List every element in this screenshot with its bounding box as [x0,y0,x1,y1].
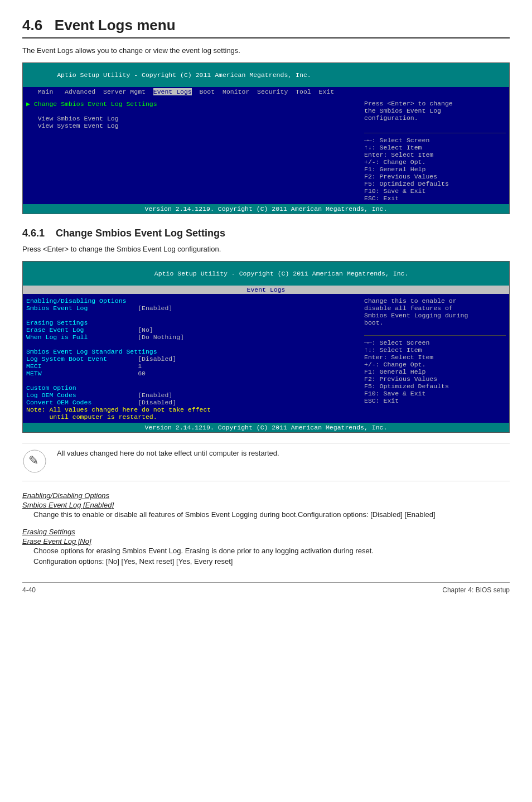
bios2-body: Enabling/Disabling Options Smbios Event … [23,294,509,421]
desc-heading-2b: Erase Event Log [No] [22,537,510,545]
bios-divider-1 [364,133,506,133]
bios2-right: Change this to enable or disable all fea… [361,297,506,421]
section-intro: The Event Logs allows you to change or v… [22,46,510,55]
desc-body-2b: Configuration options: [No] [Yes, Next r… [33,557,510,566]
bios-body-1: ▶ Change Smbios Event Log Settings View … [23,96,509,202]
desc-heading-1a: Enabling/Disabling Options [22,491,510,500]
desc-body-2a: Choose options for erasing Smbios Event … [33,547,510,555]
pencil-icon: ✎ [22,449,47,474]
bios2-subtitle: Event Logs [23,286,509,294]
bios2-left: Enabling/Disabling Options Smbios Event … [26,297,361,421]
note-content: All values changed here do not take effe… [57,449,279,457]
note-box: ✎ All values changed here do not take ef… [22,443,510,481]
footer-left: 4-40 [22,586,36,594]
subsection-intro: Press <Enter> to change the Smbios Event… [22,245,510,253]
bios-right-1: Press <Enter> to change the Smbios Event… [361,100,506,202]
desc-section-1: Enabling/Disabling Options Smbios Event … [22,491,510,519]
page-footer: 4-40 Chapter 4: BIOS setup [22,582,510,594]
bios-bottom-1: Version 2.14.1219. Copyright (C) 2011 Am… [23,204,509,214]
desc-section-2: Erasing Settings Erase Event Log [No] Ch… [22,528,510,566]
bios2-topbar: Aptio Setup Utility - Copyright (C) 2011… [23,262,509,286]
subsection-title: 4.6.1 Change Smbios Event Log Settings [22,228,510,239]
bios2-bottom: Version 2.14.1219. Copyright (C) 2011 Am… [23,423,509,432]
nav-active-eventlogs: Event Logs [153,88,192,95]
bios-nav-1: Main Advanced Server Mgmt Event Logs Boo… [23,87,509,96]
desc-heading-1b: Smbios Event Log [Enabled] [22,501,510,509]
bios-screen-1: Aptio Setup Utility - Copyright (C) 2011… [22,62,510,214]
bios-left-1: ▶ Change Smbios Event Log Settings View … [26,100,361,202]
desc-heading-2a: Erasing Settings [22,528,510,536]
note-icon: ✎ [22,449,50,475]
desc-body-1: Change this to enable or disable all fea… [33,510,510,519]
svg-text:✎: ✎ [28,453,38,467]
bios-screen-2: Aptio Setup Utility - Copyright (C) 2011… [22,261,510,433]
footer-right: Chapter 4: BIOS setup [442,586,510,594]
bios-topbar-1: Aptio Setup Utility - Copyright (C) 2011… [23,63,509,87]
bios-divider-2 [364,335,506,336]
section-title: 4.6 Event Logs menu [22,17,510,38]
